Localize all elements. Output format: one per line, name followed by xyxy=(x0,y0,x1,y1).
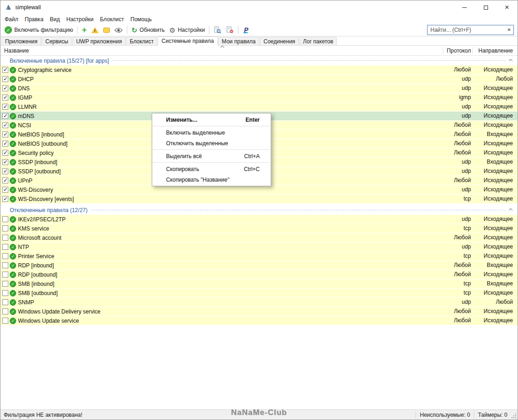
rule-checkbox[interactable] xyxy=(2,177,8,183)
rule-checkbox[interactable] xyxy=(2,290,8,296)
context-menu-item[interactable]: Выделить всёCtrl+A xyxy=(152,151,271,161)
minimize-button[interactable] xyxy=(454,0,475,14)
tab-item[interactable]: Соединения xyxy=(260,37,299,45)
context-menu-item[interactable]: СкопироватьCtrl+C xyxy=(152,164,271,174)
add-rule-button[interactable]: + xyxy=(79,24,89,35)
column-direction[interactable]: Направление xyxy=(478,46,513,56)
table-row[interactable]: ✓WS-Discovery [events]tcpИсходящее xyxy=(0,195,518,204)
rule-checkbox[interactable] xyxy=(2,122,8,128)
table-row[interactable]: ✓DNSudpИсходящее xyxy=(0,84,518,93)
rule-checkbox[interactable] xyxy=(2,150,8,156)
tab-item[interactable]: Сервисы xyxy=(42,37,72,45)
table-row[interactable]: ✓Microsoft accountЛюбойИсходящее xyxy=(0,233,518,243)
menubar-item[interactable]: Файл xyxy=(1,14,22,24)
show-hide-button[interactable] xyxy=(112,24,125,35)
table-row[interactable]: ✓Windows Update Delivery serviceЛюбойИсх… xyxy=(0,307,518,316)
resize-grip-icon[interactable] xyxy=(511,410,518,420)
rule-checkbox[interactable] xyxy=(2,187,8,193)
rule-checkbox[interactable] xyxy=(2,235,8,241)
refresh-button[interactable]: ↻ Обновить xyxy=(129,24,167,35)
table-row[interactable]: ✓Windows Update serviceЛюбойИсходящее xyxy=(0,316,518,325)
context-menu-item[interactable]: Включить выделенные xyxy=(152,127,271,138)
table-row[interactable]: ✓SNMPudpЛюбой xyxy=(0,298,518,307)
maximize-button[interactable] xyxy=(475,0,496,14)
menubar-item[interactable]: Правка xyxy=(22,14,47,24)
tab-item[interactable]: Системные правила xyxy=(158,36,218,46)
menu-item-shortcut: Enter xyxy=(245,117,260,123)
table-row[interactable]: ✓NTPudpИсходящее xyxy=(0,243,518,252)
tab-item[interactable]: Блоклист xyxy=(126,37,157,45)
group-header[interactable]: Включенные правила (15/27) [for apps] xyxy=(0,56,518,65)
rule-checkbox[interactable] xyxy=(2,244,8,250)
tab-item[interactable]: Мои правила xyxy=(218,37,259,45)
rule-direction: Исходящее xyxy=(484,185,513,194)
column-name[interactable]: Название xyxy=(4,46,29,56)
context-menu-item[interactable]: Изменить...Enter xyxy=(152,114,271,125)
open-log-button[interactable] xyxy=(211,24,224,35)
menubar-item[interactable]: Блоклист xyxy=(97,14,127,24)
settings-label: Настройки xyxy=(178,27,205,33)
search-input[interactable] xyxy=(428,25,513,35)
group-collapse-icon[interactable] xyxy=(509,59,512,62)
table-row[interactable]: ✓RDP [outbound]ЛюбойИсходящее xyxy=(0,270,518,279)
column-protocol[interactable]: Протокол xyxy=(447,46,471,56)
rule-checkbox[interactable] xyxy=(2,95,8,101)
column-divider[interactable] xyxy=(443,47,443,54)
rule-checkbox[interactable] xyxy=(2,141,8,147)
rule-checkbox[interactable] xyxy=(2,67,8,73)
table-row[interactable]: ✓IGMPigmpИсходящее xyxy=(0,93,518,102)
rule-checkbox[interactable] xyxy=(2,225,8,231)
rule-checkbox[interactable] xyxy=(2,159,8,165)
group-collapse-icon[interactable] xyxy=(509,209,512,212)
rule-checkbox[interactable] xyxy=(2,85,8,91)
menubar-item[interactable]: Помощь xyxy=(127,14,155,24)
rule-name: IGMP xyxy=(18,95,32,101)
rule-checkbox[interactable] xyxy=(2,216,8,222)
table-row[interactable]: ✓WS-DiscoveryudpИсходящее xyxy=(0,185,518,195)
rule-checkbox[interactable] xyxy=(2,272,8,278)
context-menu-item[interactable]: Скопировать "Название" xyxy=(152,174,271,185)
search-clear-icon[interactable]: ✕ xyxy=(507,27,511,33)
table-row[interactable]: ✓SMB [inbound]tcpВходящее xyxy=(0,279,518,289)
menubar-item[interactable]: Настройки xyxy=(63,14,97,24)
menu-item-shortcut: Ctrl+A xyxy=(244,153,260,160)
close-button[interactable]: ✕ xyxy=(496,0,518,14)
rule-checkbox[interactable] xyxy=(2,131,8,137)
rule-checkbox[interactable] xyxy=(2,253,8,259)
table-row[interactable]: ✓RDP [inbound]ЛюбойВходящее xyxy=(0,261,518,270)
table-row[interactable]: ✓KMS servicetcpИсходящее xyxy=(0,224,518,233)
table-row[interactable]: ✓Printer ServicetcpИсходящее xyxy=(0,252,518,261)
rule-checkbox[interactable] xyxy=(2,196,8,202)
table-row[interactable]: ✓SMB [outbound]tcpИсходящее xyxy=(0,289,518,298)
donate-paypal-button[interactable]: P xyxy=(240,24,252,35)
rule-checkbox[interactable] xyxy=(2,318,8,324)
settings-button[interactable]: ⚙ Настройки xyxy=(167,24,207,35)
rule-checkbox[interactable] xyxy=(2,76,8,82)
menubar-item[interactable]: Вид xyxy=(47,14,63,24)
rule-checkbox[interactable] xyxy=(2,308,8,314)
menu-bar: ФайлПравкаВидНастройкиБлоклистПомощь xyxy=(0,14,518,24)
group-header[interactable]: Отключенные правила (12/27) xyxy=(0,205,518,215)
clear-log-button[interactable] xyxy=(224,24,236,35)
rule-checkbox[interactable] xyxy=(2,113,8,119)
rule-checkbox[interactable] xyxy=(2,104,8,110)
column-divider[interactable] xyxy=(472,47,473,54)
rule-checkbox[interactable] xyxy=(2,281,8,287)
context-menu-item[interactable]: Отключить выделенные xyxy=(152,138,271,148)
rule-checkbox[interactable] xyxy=(2,168,8,174)
enable-filtering-button[interactable]: ✓ Включить фильтрацию xyxy=(2,24,75,35)
table-row[interactable]: ✓IKEv2/IPSEC/L2TPudpИсходящее xyxy=(0,215,518,224)
table-row[interactable]: ✓LLMNRudpИсходящее xyxy=(0,102,518,112)
window-title: simplewall xyxy=(15,4,41,11)
rule-direction: Исходящее xyxy=(484,195,513,203)
table-row[interactable]: ✓Cryptographic serviceЛюбойИсходящее xyxy=(0,65,518,75)
tab-item[interactable]: Приложения xyxy=(1,37,41,45)
tab-item[interactable]: Лог пакетов xyxy=(299,37,337,45)
rule-direction: Исходящее xyxy=(484,252,513,260)
tab-item[interactable]: UWP приложения xyxy=(72,37,125,45)
rule-checkbox[interactable] xyxy=(2,262,8,268)
packages-button[interactable] xyxy=(101,24,112,35)
warnings-button[interactable]: ! xyxy=(89,24,101,35)
rule-checkbox[interactable] xyxy=(2,299,8,305)
table-row[interactable]: ✓DHCPudpЛюбой xyxy=(0,75,518,84)
